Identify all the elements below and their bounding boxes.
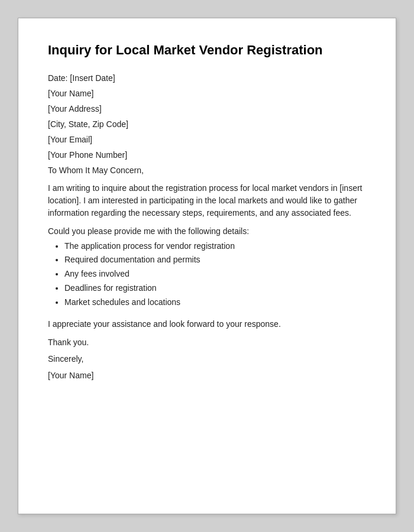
details-list: The application process for vendor regis…: [64, 239, 366, 310]
salutation: To Whom It May Concern,: [48, 166, 366, 175]
document-container: Inquiry for Local Market Vendor Registra…: [18, 18, 396, 514]
body-paragraph-2: I appreciate your assistance and look fo…: [48, 318, 366, 330]
list-item: The application process for vendor regis…: [64, 239, 366, 254]
list-item: Deadlines for registration: [64, 281, 366, 296]
document-title: Inquiry for Local Market Vendor Registra…: [48, 42, 366, 59]
phone-field: [Your Phone Number]: [48, 150, 366, 160]
closing-name: [Your Name]: [48, 371, 366, 380]
city-field: [City, State, Zip Code]: [48, 119, 366, 129]
name-field: [Your Name]: [48, 89, 366, 98]
closing-label: Sincerely,: [48, 354, 366, 364]
list-item: Market schedules and locations: [64, 296, 366, 310]
email-field: [Your Email]: [48, 135, 366, 144]
list-intro: Could you please provide me with the fol…: [48, 226, 366, 236]
date-field: Date: [Insert Date]: [48, 73, 366, 83]
address-field: [Your Address]: [48, 104, 366, 113]
body-paragraph-1: I am writing to inquire about the regist…: [48, 182, 366, 219]
thank-you: Thank you.: [48, 338, 366, 347]
list-item: Any fees involved: [64, 267, 366, 281]
list-item: Required documentation and permits: [64, 253, 366, 267]
